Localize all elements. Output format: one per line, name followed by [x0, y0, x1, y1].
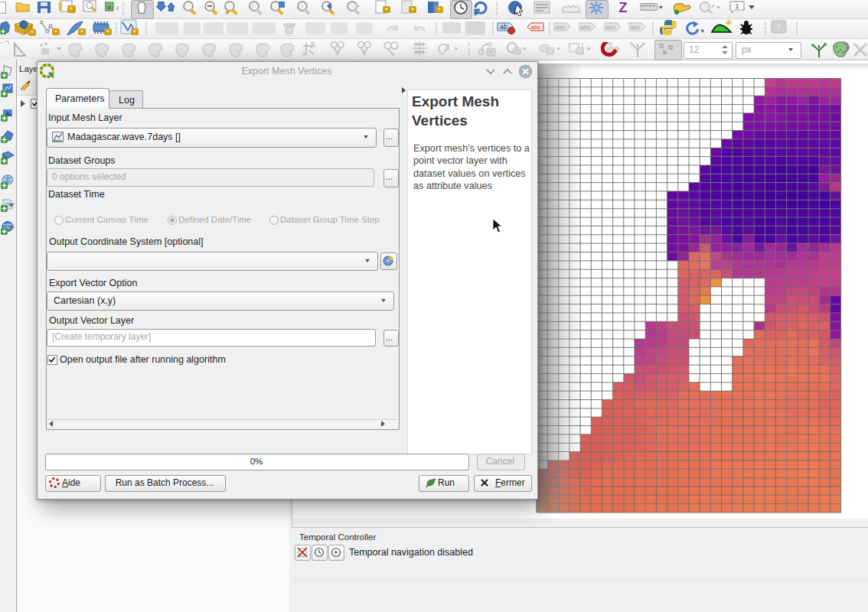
svg-text:abc: abc [531, 24, 541, 31]
svg-text:a: a [116, 4, 119, 11]
svg-text:a: a [107, 4, 111, 11]
svg-text:abc: abc [631, 24, 641, 31]
svg-text:abc: abc [581, 24, 591, 31]
svg-text:abc: abc [606, 24, 616, 31]
svg-text:*: * [106, 28, 109, 36]
svg-text:*: * [385, 6, 388, 14]
svg-text:*: * [490, 49, 492, 56]
svg-text:1: 1 [735, 2, 739, 10]
svg-text:*: * [411, 6, 414, 14]
svg-text:ab: ab [500, 23, 507, 31]
svg-text:*: * [70, 5, 73, 13]
svg-text:abc: abc [556, 24, 566, 31]
svg-text:*: * [54, 28, 57, 36]
svg-text:*: * [133, 28, 136, 36]
svg-text:*: * [31, 29, 34, 36]
svg-text:*: * [80, 28, 83, 36]
svg-text:Z: Z [619, 0, 628, 15]
svg-text:*: * [516, 48, 518, 54]
svg-text:?: ? [776, 23, 781, 31]
svg-text:*: * [438, 6, 441, 14]
